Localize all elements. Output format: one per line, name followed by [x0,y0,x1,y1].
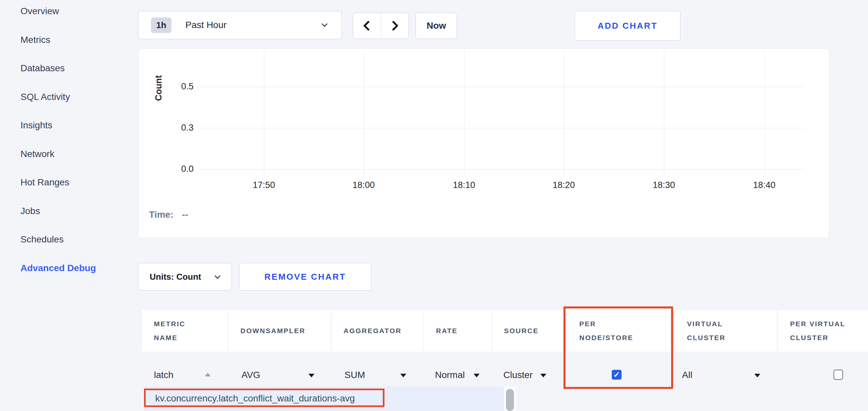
per-virtual-cluster-checkbox[interactable] [833,370,843,380]
sidebar-item-hot-ranges[interactable]: Hot Ranges [21,177,69,188]
col-header-virtual-cluster: Virtual Cluster [675,310,777,352]
time-next-button[interactable] [381,13,409,39]
remove-chart-button[interactable]: REMOVE CHART [239,263,371,290]
x-tick-label: 18:20 [541,180,587,190]
sidebar-item-insights[interactable]: Insights [21,120,53,131]
sidebar-item-overview[interactable]: Overview [21,6,59,16]
virtual-cluster-select[interactable]: All [682,370,692,380]
col-header-label: Aggregator [343,324,402,338]
col-header-per-virtual-cluster: Per Virtual Cluster [778,310,868,352]
hover-readout-label: Time: [149,209,174,220]
x-tick-label: 17:50 [241,180,287,190]
chevron-down-icon [214,273,220,279]
col-header-label: Metric Name [154,317,197,345]
chart-plot-area[interactable] [197,50,805,176]
x-tick-label: 18:10 [441,180,487,190]
sidebar-item-metrics[interactable]: Metrics [21,35,50,45]
col-header-label: Downsampler [241,324,306,338]
chevron-down-icon [321,21,327,27]
y-tick-label: 0.3 [154,123,193,133]
per-node-store-checkbox[interactable] [612,370,622,380]
sidebar-item-network[interactable]: Network [21,149,55,159]
sidebar-item-jobs[interactable]: Jobs [21,206,40,216]
sidebar-item-advanced-debug[interactable]: Advanced Debug [21,263,96,273]
chevron-left-icon [363,21,373,31]
source-select[interactable]: Cluster [503,370,533,380]
col-header-downsampler: Downsampler [228,310,331,352]
downsampler-select[interactable]: AVG [242,370,260,380]
triangle-down-icon[interactable] [309,374,314,377]
units-selector-label: Units: Count [150,272,201,282]
triangle-down-icon[interactable] [754,374,760,377]
y-tick-label: 0.0 [154,164,193,174]
chart-panel: Count 0.5 0.3 0.0 17:50 18:00 18:10 18:2… [138,48,829,238]
col-header-label: Virtual Cluster [687,317,733,345]
metric-name-input[interactable]: latch [154,370,174,380]
col-header-label: Per Node/Store [579,317,639,345]
hover-readout-value: -- [182,209,188,220]
triangle-up-icon[interactable] [205,373,211,376]
time-step-buttons [353,12,409,39]
col-header-metric-name: Metric Name [142,310,227,352]
y-tick-label: 0.5 [154,81,193,92]
time-range-label: Past Hour [185,20,226,30]
add-chart-button[interactable]: ADD CHART [575,11,680,41]
triangle-down-icon[interactable] [474,374,479,377]
col-header-label: Source [504,324,539,338]
sidebar-item-schedules[interactable]: Schedules [21,234,64,245]
x-tick-label: 18:30 [641,180,687,190]
sidebar-item-databases[interactable]: Databases [21,63,65,74]
x-tick-label: 18:00 [341,180,387,190]
time-range-badge: 1h [151,18,172,33]
time-range-selector[interactable]: 1h Past Hour [138,11,342,39]
col-header-source: Source [492,310,564,352]
col-header-label: Per Virtual Cluster [790,317,860,345]
rate-select[interactable]: Normal [435,370,465,380]
sidebar-item-sql-activity[interactable]: SQL Activity [21,92,70,102]
aggregator-select[interactable]: SUM [344,370,365,380]
chevron-right-icon [389,21,399,31]
col-header-rate: Rate [424,310,491,352]
page: Overview Metrics Databases SQL Activity … [0,0,868,411]
units-selector[interactable]: Units: Count [138,263,232,290]
triangle-down-icon[interactable] [540,374,546,377]
col-header-aggregator: Aggregator [332,310,423,352]
col-header-label: Rate [436,324,458,338]
dropdown-scrollbar-thumb[interactable] [506,389,514,411]
time-prev-button[interactable] [353,13,381,39]
metric-suggestion-item[interactable]: kv.concurrency.latch_conflict_wait_durat… [155,393,355,404]
now-button[interactable]: Now [415,12,457,39]
col-header-per-node-store: Per Node/Store [567,310,670,352]
chart-hover-readout: Time: -- [149,209,188,220]
x-tick-label: 18:40 [741,180,787,190]
triangle-down-icon[interactable] [400,374,406,377]
